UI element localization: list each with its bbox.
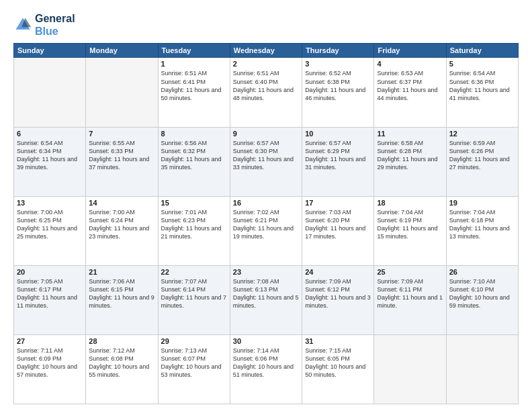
calendar-row-4: 20Sunrise: 7:05 AM Sunset: 6:17 PM Dayli… — [14, 265, 519, 334]
calendar-cell: 30Sunrise: 7:14 AM Sunset: 6:06 PM Dayli… — [230, 334, 302, 404]
weekday-header-tuesday: Tuesday — [158, 44, 230, 58]
calendar-cell: 23Sunrise: 7:08 AM Sunset: 6:13 PM Dayli… — [230, 265, 302, 334]
weekday-header-sunday: Sunday — [14, 44, 86, 58]
day-info: Sunrise: 7:00 AM Sunset: 6:25 PM Dayligh… — [17, 208, 83, 241]
day-number: 5 — [449, 60, 515, 68]
calendar-cell: 28Sunrise: 7:12 AM Sunset: 6:08 PM Dayli… — [86, 334, 158, 404]
day-number: 16 — [233, 199, 299, 207]
day-info: Sunrise: 7:09 AM Sunset: 6:12 PM Dayligh… — [305, 277, 371, 310]
calendar-row-3: 13Sunrise: 7:00 AM Sunset: 6:25 PM Dayli… — [14, 196, 519, 265]
calendar-cell: 16Sunrise: 7:02 AM Sunset: 6:21 PM Dayli… — [230, 196, 302, 265]
day-number: 26 — [449, 268, 515, 276]
calendar-cell: 10Sunrise: 6:57 AM Sunset: 6:29 PM Dayli… — [302, 127, 374, 196]
day-number: 19 — [449, 199, 515, 207]
day-number: 28 — [89, 337, 154, 345]
calendar-cell: 12Sunrise: 6:59 AM Sunset: 6:26 PM Dayli… — [446, 127, 518, 196]
day-number: 14 — [89, 199, 154, 207]
calendar-cell: 26Sunrise: 7:10 AM Sunset: 6:10 PM Dayli… — [446, 265, 518, 334]
day-number: 17 — [305, 199, 371, 207]
day-info: Sunrise: 7:09 AM Sunset: 6:11 PM Dayligh… — [377, 277, 443, 310]
day-number: 15 — [161, 199, 227, 207]
calendar-cell: 9Sunrise: 6:57 AM Sunset: 6:30 PM Daylig… — [230, 127, 302, 196]
calendar-cell: 31Sunrise: 7:15 AM Sunset: 6:05 PM Dayli… — [302, 334, 374, 404]
calendar-row-1: 1Sunrise: 6:51 AM Sunset: 6:41 PM Daylig… — [14, 58, 519, 127]
day-number: 20 — [17, 268, 83, 276]
calendar-cell — [446, 334, 518, 404]
day-number: 30 — [233, 337, 299, 345]
weekday-header-thursday: Thursday — [302, 44, 374, 58]
calendar-cell: 14Sunrise: 7:00 AM Sunset: 6:24 PM Dayli… — [86, 196, 158, 265]
day-number: 27 — [17, 337, 83, 345]
calendar-cell: 18Sunrise: 7:04 AM Sunset: 6:19 PM Dayli… — [374, 196, 446, 265]
day-info: Sunrise: 7:00 AM Sunset: 6:24 PM Dayligh… — [89, 208, 154, 241]
day-number: 1 — [161, 60, 227, 68]
day-info: Sunrise: 7:01 AM Sunset: 6:23 PM Dayligh… — [161, 208, 227, 241]
calendar-cell: 8Sunrise: 6:56 AM Sunset: 6:32 PM Daylig… — [158, 127, 230, 196]
day-info: Sunrise: 7:14 AM Sunset: 6:06 PM Dayligh… — [233, 347, 299, 379]
calendar-cell: 24Sunrise: 7:09 AM Sunset: 6:12 PM Dayli… — [302, 265, 374, 334]
day-number: 24 — [305, 268, 371, 276]
day-info: Sunrise: 7:11 AM Sunset: 6:09 PM Dayligh… — [17, 347, 83, 379]
day-number: 31 — [305, 337, 371, 345]
calendar-cell: 15Sunrise: 7:01 AM Sunset: 6:23 PM Dayli… — [158, 196, 230, 265]
day-info: Sunrise: 6:57 AM Sunset: 6:30 PM Dayligh… — [233, 139, 299, 172]
calendar-table: SundayMondayTuesdayWednesdayThursdayFrid… — [13, 43, 519, 404]
day-info: Sunrise: 6:55 AM Sunset: 6:33 PM Dayligh… — [89, 139, 154, 172]
day-number: 12 — [449, 130, 515, 138]
calendar-cell: 1Sunrise: 6:51 AM Sunset: 6:41 PM Daylig… — [158, 58, 230, 127]
day-number: 13 — [17, 199, 83, 207]
weekday-header-wednesday: Wednesday — [230, 44, 302, 58]
day-info: Sunrise: 7:03 AM Sunset: 6:20 PM Dayligh… — [305, 208, 371, 241]
day-number: 10 — [305, 130, 371, 138]
day-info: Sunrise: 7:13 AM Sunset: 6:07 PM Dayligh… — [161, 347, 227, 379]
calendar-cell: 21Sunrise: 7:06 AM Sunset: 6:15 PM Dayli… — [86, 265, 158, 334]
calendar-row-5: 27Sunrise: 7:11 AM Sunset: 6:09 PM Dayli… — [14, 334, 519, 404]
logo: General Blue — [13, 12, 75, 38]
calendar-cell: 17Sunrise: 7:03 AM Sunset: 6:20 PM Dayli… — [302, 196, 374, 265]
day-info: Sunrise: 6:51 AM Sunset: 6:41 PM Dayligh… — [161, 69, 227, 102]
weekday-header-monday: Monday — [86, 44, 158, 58]
day-number: 2 — [233, 60, 299, 68]
day-number: 29 — [161, 337, 227, 345]
day-info: Sunrise: 7:12 AM Sunset: 6:08 PM Dayligh… — [89, 347, 154, 379]
weekday-header-row: SundayMondayTuesdayWednesdayThursdayFrid… — [14, 44, 519, 58]
calendar-cell: 4Sunrise: 6:53 AM Sunset: 6:37 PM Daylig… — [374, 58, 446, 127]
calendar-cell — [14, 58, 86, 127]
day-info: Sunrise: 7:02 AM Sunset: 6:21 PM Dayligh… — [233, 208, 299, 241]
day-info: Sunrise: 6:51 AM Sunset: 6:40 PM Dayligh… — [233, 69, 299, 102]
page: General Blue SundayMondayTuesdayWednesda… — [0, 0, 532, 411]
day-info: Sunrise: 7:15 AM Sunset: 6:05 PM Dayligh… — [305, 347, 371, 379]
calendar-cell — [374, 334, 446, 404]
day-info: Sunrise: 6:52 AM Sunset: 6:38 PM Dayligh… — [305, 69, 371, 102]
day-number: 6 — [17, 130, 83, 138]
day-number: 8 — [161, 130, 227, 138]
calendar-cell: 6Sunrise: 6:54 AM Sunset: 6:34 PM Daylig… — [14, 127, 86, 196]
logo-icon — [13, 15, 32, 34]
header: General Blue — [13, 12, 519, 38]
day-info: Sunrise: 7:10 AM Sunset: 6:10 PM Dayligh… — [449, 277, 515, 310]
day-number: 4 — [377, 60, 443, 68]
day-info: Sunrise: 7:06 AM Sunset: 6:15 PM Dayligh… — [89, 277, 154, 310]
day-info: Sunrise: 6:54 AM Sunset: 6:36 PM Dayligh… — [449, 69, 515, 102]
day-number: 18 — [377, 199, 443, 207]
calendar-cell: 7Sunrise: 6:55 AM Sunset: 6:33 PM Daylig… — [86, 127, 158, 196]
calendar-cell: 13Sunrise: 7:00 AM Sunset: 6:25 PM Dayli… — [14, 196, 86, 265]
day-number: 11 — [377, 130, 443, 138]
day-info: Sunrise: 6:58 AM Sunset: 6:28 PM Dayligh… — [377, 139, 443, 172]
day-info: Sunrise: 6:54 AM Sunset: 6:34 PM Dayligh… — [17, 139, 83, 172]
weekday-header-saturday: Saturday — [446, 44, 518, 58]
day-info: Sunrise: 7:04 AM Sunset: 6:19 PM Dayligh… — [377, 208, 443, 241]
calendar-cell: 19Sunrise: 7:04 AM Sunset: 6:18 PM Dayli… — [446, 196, 518, 265]
weekday-header-friday: Friday — [374, 44, 446, 58]
day-info: Sunrise: 6:53 AM Sunset: 6:37 PM Dayligh… — [377, 69, 443, 102]
day-number: 7 — [89, 130, 154, 138]
calendar-cell: 11Sunrise: 6:58 AM Sunset: 6:28 PM Dayli… — [374, 127, 446, 196]
day-info: Sunrise: 7:08 AM Sunset: 6:13 PM Dayligh… — [233, 277, 299, 310]
day-number: 22 — [161, 268, 227, 276]
calendar-cell: 5Sunrise: 6:54 AM Sunset: 6:36 PM Daylig… — [446, 58, 518, 127]
calendar-cell: 29Sunrise: 7:13 AM Sunset: 6:07 PM Dayli… — [158, 334, 230, 404]
calendar-cell: 2Sunrise: 6:51 AM Sunset: 6:40 PM Daylig… — [230, 58, 302, 127]
calendar-cell — [86, 58, 158, 127]
day-number: 21 — [89, 268, 154, 276]
day-info: Sunrise: 7:04 AM Sunset: 6:18 PM Dayligh… — [449, 208, 515, 241]
